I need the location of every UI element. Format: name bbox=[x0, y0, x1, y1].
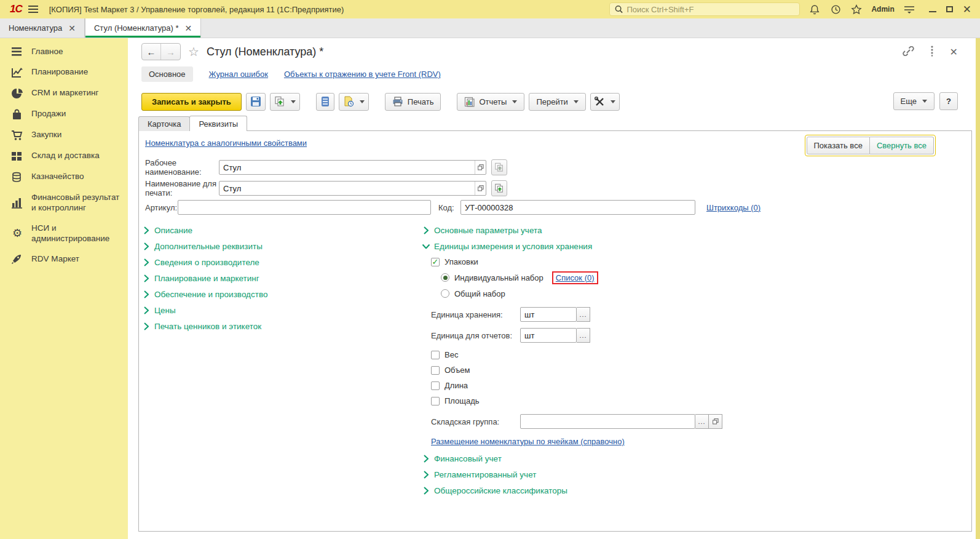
tools-icon bbox=[595, 97, 605, 107]
form-toolbar: Записать и закрыть Печать bbox=[141, 92, 620, 111]
flag-checkbox[interactable]: Вес bbox=[431, 347, 965, 362]
collapsed-section-header[interactable]: Описание bbox=[144, 222, 414, 238]
report-unit-select-button[interactable]: ... bbox=[577, 328, 590, 343]
nav-rdv-objects-link[interactable]: Объекты к отражению в учете Front (RDV) bbox=[284, 70, 441, 79]
collapsed-section-header[interactable]: Обеспечение и производство bbox=[144, 286, 414, 302]
more-button[interactable]: Еще bbox=[893, 92, 935, 110]
open-in-window-icon[interactable] bbox=[475, 161, 486, 174]
reports-button[interactable]: Отчеты bbox=[457, 93, 524, 111]
flag-checkbox[interactable]: Площадь bbox=[431, 393, 965, 409]
favorite-star-icon[interactable]: ☆ bbox=[188, 44, 199, 59]
global-search[interactable] bbox=[609, 2, 800, 16]
get-link-icon[interactable] bbox=[902, 46, 914, 58]
collapsed-section-header[interactable]: Планирование и маркетинг bbox=[144, 270, 414, 286]
section-main-params[interactable]: Основные параметры учета bbox=[424, 222, 965, 238]
sidebar-item-kaznacheystvo[interactable]: Казначейство bbox=[0, 167, 128, 188]
search-input[interactable] bbox=[626, 5, 794, 14]
section-units-storage[interactable]: Единицы измерения и условия хранения bbox=[424, 238, 965, 254]
notifications-bell-icon[interactable] bbox=[808, 3, 821, 15]
save-and-close-button[interactable]: Записать и закрыть bbox=[141, 93, 242, 111]
flag-checkbox[interactable]: Длина bbox=[431, 378, 965, 393]
post-document-button[interactable] bbox=[270, 93, 300, 111]
collapsed-section-header[interactable]: Цены bbox=[144, 302, 414, 318]
user-name[interactable]: Admin bbox=[871, 5, 894, 14]
structure-button[interactable] bbox=[316, 93, 334, 111]
fill-print-name-button[interactable] bbox=[491, 180, 507, 196]
fill-name-button-disabled[interactable] bbox=[491, 159, 507, 175]
planning-chart-icon bbox=[11, 67, 23, 78]
warehouse-group-input[interactable] bbox=[520, 414, 695, 429]
sidebar-item-nsi[interactable]: ⚙ НСИ и администрирование bbox=[0, 218, 128, 249]
more-dots-icon[interactable] bbox=[930, 46, 934, 58]
working-name-input[interactable] bbox=[219, 160, 486, 175]
tab-stul-nomenklatura[interactable]: Стул (Номенклатура) * ✕ bbox=[85, 18, 201, 38]
collapsed-section-header[interactable]: Сведения о производителе bbox=[144, 254, 414, 270]
open-in-window-icon[interactable] bbox=[475, 182, 486, 195]
goto-button[interactable]: Перейти bbox=[529, 93, 586, 111]
gear-icon: ⚙ bbox=[11, 226, 23, 241]
open-in-window-icon bbox=[713, 418, 719, 425]
sidebar-item-label: Казначейство bbox=[31, 172, 84, 182]
coins-icon bbox=[11, 172, 23, 183]
tab-nomenklatura[interactable]: Номенклатура ✕ bbox=[0, 18, 85, 38]
checkbox-checked-icon: ✓ bbox=[431, 258, 440, 266]
chevron-right-icon bbox=[144, 242, 149, 250]
sidebar-item-rdv-market[interactable]: RDV Маркет bbox=[0, 249, 128, 270]
close-window-button[interactable]: ✕ bbox=[963, 4, 971, 15]
packages-checkbox[interactable]: ✓ Упаковки bbox=[424, 254, 965, 270]
code-input[interactable] bbox=[460, 200, 695, 215]
similar-properties-link[interactable]: Номенклатура с аналогичными свойствами bbox=[145, 138, 307, 148]
storage-unit-input[interactable] bbox=[520, 307, 577, 322]
report-unit-input[interactable] bbox=[520, 328, 577, 343]
sidebar-item-planirovanie[interactable]: Планирование bbox=[0, 62, 128, 83]
stack-icon bbox=[320, 96, 330, 107]
individual-set-radio[interactable]: Индивидуальный набор Список (0) bbox=[424, 270, 965, 285]
menu-lines-icon bbox=[11, 47, 23, 57]
print-button[interactable]: Печать bbox=[385, 93, 441, 111]
nav-main[interactable]: Основное bbox=[141, 66, 193, 82]
tab-close-icon[interactable]: ✕ bbox=[184, 23, 192, 33]
tab-close-icon[interactable]: ✕ bbox=[68, 23, 76, 33]
favorites-star-icon[interactable] bbox=[850, 3, 863, 15]
show-all-button[interactable]: Показать все bbox=[807, 137, 870, 154]
cell-placement-link[interactable]: Размещение номенклатуры по ячейкам (спра… bbox=[431, 437, 625, 446]
main-menu-icon[interactable] bbox=[28, 6, 38, 13]
sidebar-item-crm[interactable]: CRM и маркетинг bbox=[0, 83, 128, 104]
forward-button[interactable]: → bbox=[161, 44, 180, 60]
tab-rekvizity[interactable]: Реквизиты bbox=[189, 116, 247, 131]
article-input[interactable] bbox=[178, 200, 431, 215]
print-name-input[interactable] bbox=[219, 181, 486, 196]
tools-button[interactable] bbox=[590, 93, 620, 111]
barcodes-link[interactable]: Штрихкоды (0) bbox=[706, 203, 761, 212]
page-title: Стул (Номенклатура) * bbox=[207, 46, 323, 58]
warehouse-group-open-button[interactable] bbox=[709, 414, 722, 429]
collapsed-section-header[interactable]: Общероссийские классификаторы bbox=[424, 482, 965, 498]
minimize-button[interactable] bbox=[929, 11, 936, 12]
chevron-right-icon bbox=[424, 455, 429, 463]
maximize-button[interactable] bbox=[946, 6, 953, 12]
storage-unit-select-button[interactable]: ... bbox=[577, 307, 590, 322]
save-button[interactable] bbox=[246, 93, 266, 111]
nav-error-log-link[interactable]: Журнал ошибок bbox=[209, 70, 268, 79]
tab-kartochka[interactable]: Карточка bbox=[138, 116, 190, 131]
packages-list-link[interactable]: Список (0) bbox=[556, 273, 595, 282]
collapsed-section-header[interactable]: Дополнительные реквизиты bbox=[144, 238, 414, 254]
sidebar-item-finrezultat[interactable]: Финансовый результат и контроллинг bbox=[0, 188, 128, 218]
sidebar-item-sklad[interactable]: Склад и доставка bbox=[0, 146, 128, 167]
history-document-button[interactable] bbox=[339, 93, 369, 111]
sidebar-item-prodazhi[interactable]: Продажи bbox=[0, 104, 128, 125]
service-menu-icon[interactable] bbox=[903, 3, 915, 15]
collapse-all-button[interactable]: Свернуть все bbox=[870, 137, 934, 154]
collapsed-section-header[interactable]: Печать ценников и этикеток bbox=[144, 318, 414, 334]
help-button[interactable]: ? bbox=[939, 92, 958, 110]
sidebar-item-glavnoe[interactable]: Главное bbox=[0, 42, 128, 62]
collapsed-section-header[interactable]: Регламентированный учет bbox=[424, 466, 965, 482]
flag-checkbox[interactable]: Объем bbox=[431, 362, 965, 378]
history-icon[interactable] bbox=[829, 3, 842, 15]
sidebar-item-zakupki[interactable]: Закупки bbox=[0, 125, 128, 146]
warehouse-group-select-button[interactable]: ... bbox=[695, 414, 709, 429]
collapsed-section-header[interactable]: Финансовый учет bbox=[424, 450, 965, 466]
common-set-radio[interactable]: Общий набор bbox=[424, 285, 965, 301]
back-button[interactable]: ← bbox=[142, 44, 161, 60]
close-form-icon[interactable]: ✕ bbox=[950, 46, 958, 58]
